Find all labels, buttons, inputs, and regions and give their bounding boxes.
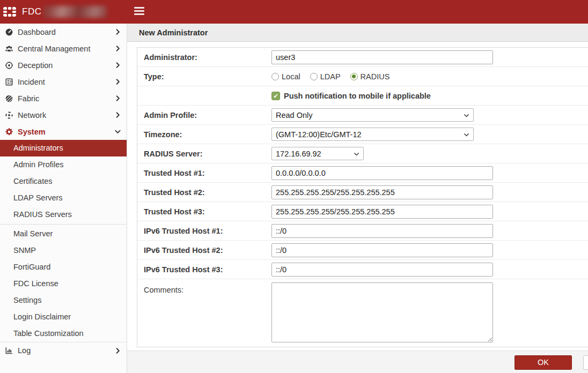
administrator-row: Administrator: (137, 48, 588, 67)
ipv6-trusted-host-1-input[interactable] (271, 224, 493, 238)
ipv6-trusted-host-2-label: IPv6 Trusted Host #2: (137, 246, 271, 255)
radio-selected-icon[interactable] (350, 73, 358, 80)
push-notification-checkbox[interactable]: ✔ (271, 92, 280, 100)
trusted-host-3-row: Trusted Host #3: (137, 202, 588, 221)
administrator-label: Administrator: (137, 53, 271, 62)
page-header: New Administrator (127, 24, 588, 42)
incident-list-icon (4, 77, 13, 86)
sidebar-item-ldap-servers[interactable]: LDAP Servers (0, 190, 127, 206)
trusted-host-2-label: Trusted Host #2: (137, 188, 271, 197)
sidebar-item-certificates[interactable]: Certificates (0, 173, 127, 190)
type-row: Type: Local LDAP RADIUS (137, 67, 588, 86)
sidebar-item-label: Deception (18, 61, 53, 70)
administrator-input[interactable] (271, 50, 493, 64)
sidebar-item-radius-servers[interactable]: RADIUS Servers (0, 206, 127, 223)
ipv6-trusted-host-1-label: IPv6 Trusted Host #1: (137, 227, 271, 235)
main-content: New Administrator Administrator: Type: L… (127, 24, 588, 373)
type-label: Type: (137, 72, 271, 81)
timezone-label: Timezone: (137, 130, 271, 139)
ok-button[interactable]: OK (514, 355, 572, 370)
radius-server-value: 172.16.69.92 (276, 150, 321, 158)
network-dashed-circle-icon (4, 110, 13, 120)
push-notification-row: ✔ Push notification to mobile if applica… (137, 86, 588, 106)
trusted-host-3-label: Trusted Host #3: (137, 207, 271, 216)
radius-server-label: RADIUS Server: (137, 150, 271, 158)
comments-textarea[interactable] (271, 282, 493, 342)
sidebar-item-administrators[interactable]: Administrators (0, 140, 127, 156)
ipv6-trusted-host-1-row: IPv6 Trusted Host #1: (137, 221, 588, 241)
type-radio-ldap[interactable]: LDAP (310, 72, 341, 81)
chevron-right-icon (114, 44, 122, 53)
sidebar-item-fortiguard[interactable]: FortiGuard (0, 259, 127, 275)
sidebar-item-login-disclaimer[interactable]: Login Disclaimer (0, 309, 127, 325)
push-notification-label: Push notification to mobile if applicabl… (284, 92, 431, 100)
chevron-down-icon (463, 112, 470, 119)
new-administrator-form: Administrator: Type: Local LDAP (137, 47, 588, 347)
sidebar-item-fdc-license[interactable]: FDC License (0, 275, 127, 292)
hamburger-icon[interactable] (134, 7, 144, 17)
admin-profile-select[interactable]: Read Only (271, 108, 474, 122)
page-title: New Administrator (139, 28, 208, 37)
type-option-label: LDAP (320, 72, 341, 81)
sidebar: Dashboard Central Management Deception (0, 24, 127, 373)
sidebar-item-central-management[interactable]: Central Management (0, 40, 127, 57)
sidebar-item-deception[interactable]: Deception (0, 57, 127, 73)
chevron-down-icon (353, 151, 360, 158)
sidebar-item-mail-server[interactable]: Mail Server (0, 226, 127, 242)
chevron-right-icon (114, 78, 122, 86)
sidebar-item-label: Log (18, 346, 31, 355)
sidebar-item-system[interactable]: System (0, 123, 127, 140)
sidebar-item-label: System (18, 128, 46, 136)
sidebar-item-label: Fabric (18, 94, 39, 103)
sidebar-item-snmp[interactable]: SNMP (0, 242, 127, 259)
sidebar-item-log[interactable]: Log (0, 342, 127, 359)
cancel-button-partial[interactable] (583, 355, 588, 370)
type-radio-local[interactable]: Local (271, 72, 300, 81)
fabric-globe-icon (4, 94, 13, 103)
admin-profile-label: Admin Profile: (137, 111, 271, 120)
ipv6-trusted-host-2-input[interactable] (271, 243, 493, 257)
trusted-host-3-input[interactable] (271, 205, 493, 219)
redacted-hostname (43, 6, 107, 18)
type-radio-radius[interactable]: RADIUS (350, 72, 390, 81)
sidebar-item-dashboard[interactable]: Dashboard (0, 24, 127, 40)
chevron-right-icon (114, 347, 122, 355)
ipv6-trusted-host-3-input[interactable] (271, 263, 493, 277)
form-footer: OK (127, 350, 588, 373)
radio-unselected-icon[interactable] (310, 73, 318, 80)
users-icon (4, 44, 13, 53)
trusted-host-2-row: Trusted Host #2: (137, 183, 588, 202)
trusted-host-1-input[interactable] (271, 166, 493, 180)
decoy-target-icon (4, 61, 13, 70)
chevron-right-icon (114, 28, 122, 36)
sidebar-item-table-customization[interactable]: Table Customization (0, 325, 127, 342)
ipv6-trusted-host-2-row: IPv6 Trusted Host #2: (137, 241, 588, 260)
sidebar-item-incident[interactable]: Incident (0, 73, 127, 90)
chevron-down-icon (114, 128, 122, 136)
sidebar-item-network[interactable]: Network (0, 107, 127, 123)
admin-profile-value: Read Only (276, 111, 313, 120)
sidebar-item-fabric[interactable]: Fabric (0, 90, 127, 107)
timezone-select[interactable]: (GMT-12:00)Etc/GMT-12 (271, 128, 474, 141)
topbar: FDC (0, 0, 588, 24)
chevron-right-icon (114, 94, 122, 102)
chevron-right-icon (114, 111, 122, 119)
radio-unselected-icon[interactable] (271, 73, 279, 80)
admin-profile-row: Admin Profile: Read Only (137, 106, 588, 125)
system-submenu: Administrators Admin Profiles Certificat… (0, 140, 127, 342)
comments-label: Comments: (137, 282, 271, 294)
sidebar-item-settings[interactable]: Settings (0, 292, 127, 309)
bar-chart-icon (4, 346, 13, 355)
sidebar-item-admin-profiles[interactable]: Admin Profiles (0, 156, 127, 173)
trusted-host-1-row: Trusted Host #1: (137, 163, 588, 183)
timezone-value: (GMT-12:00)Etc/GMT-12 (276, 130, 362, 139)
sidebar-item-label: Network (18, 111, 46, 120)
radius-server-select[interactable]: 172.16.69.92 (271, 147, 364, 160)
chevron-right-icon (114, 61, 122, 69)
gear-icon (4, 127, 13, 136)
type-option-label: RADIUS (361, 72, 390, 81)
type-radio-group: Local LDAP RADIUS (271, 72, 389, 81)
trusted-host-2-input[interactable] (271, 185, 493, 199)
app-title: FDC (22, 6, 41, 17)
ipv6-trusted-host-3-label: IPv6 Trusted Host #3: (137, 265, 271, 274)
